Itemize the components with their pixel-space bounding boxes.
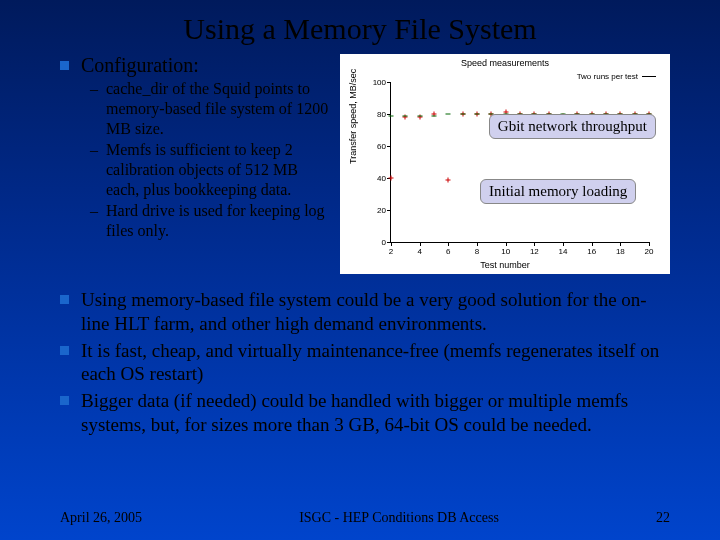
slide-footer: April 26, 2005 ISGC - HEP Conditions DB … — [60, 510, 670, 526]
config-heading: Configuration: — [81, 54, 199, 77]
speed-chart: Speed measurements Two runs per test Tra… — [340, 54, 670, 274]
lower-bullets: Using memory-based file system could be … — [60, 288, 670, 437]
lower-item: It is fast, cheap, and virtually mainten… — [81, 339, 670, 387]
chart-xlabel: Test number — [340, 260, 670, 270]
footer-page: 22 — [656, 510, 670, 526]
footer-center: ISGC - HEP Conditions DB Access — [299, 510, 499, 526]
bullet-icon — [60, 295, 69, 304]
config-item: –cache_dir of the Squid points to memory… — [90, 79, 332, 139]
chart-ylabel: Transfer speed, MB/sec — [348, 69, 358, 164]
chart-column: Speed measurements Two runs per test Tra… — [340, 54, 670, 274]
config-item: –Memfs is sufficient to keep 2 calibrati… — [90, 140, 332, 200]
slide-content: Configuration: –cache_dir of the Squid p… — [0, 54, 720, 437]
callout-initial: Initial memory loading — [480, 179, 636, 204]
chart-legend: Two runs per test — [577, 72, 656, 81]
lower-item: Using memory-based file system could be … — [81, 288, 670, 336]
footer-date: April 26, 2005 — [60, 510, 142, 526]
config-sublist: –cache_dir of the Squid points to memory… — [90, 79, 332, 241]
lower-item: Bigger data (if needed) could be handled… — [81, 389, 670, 437]
bullet-icon — [60, 346, 69, 355]
config-column: Configuration: –cache_dir of the Squid p… — [60, 54, 332, 274]
config-item: –Hard drive is used for keeping log file… — [90, 201, 332, 241]
slide-title: Using a Memory File System — [0, 12, 720, 46]
chart-title: Speed measurements — [340, 54, 670, 68]
chart-plot-area: 0204060801002468101214161820 — [390, 82, 649, 243]
bullet-icon — [60, 61, 69, 70]
callout-gbit: Gbit network throughput — [489, 114, 656, 139]
bullet-icon — [60, 396, 69, 405]
